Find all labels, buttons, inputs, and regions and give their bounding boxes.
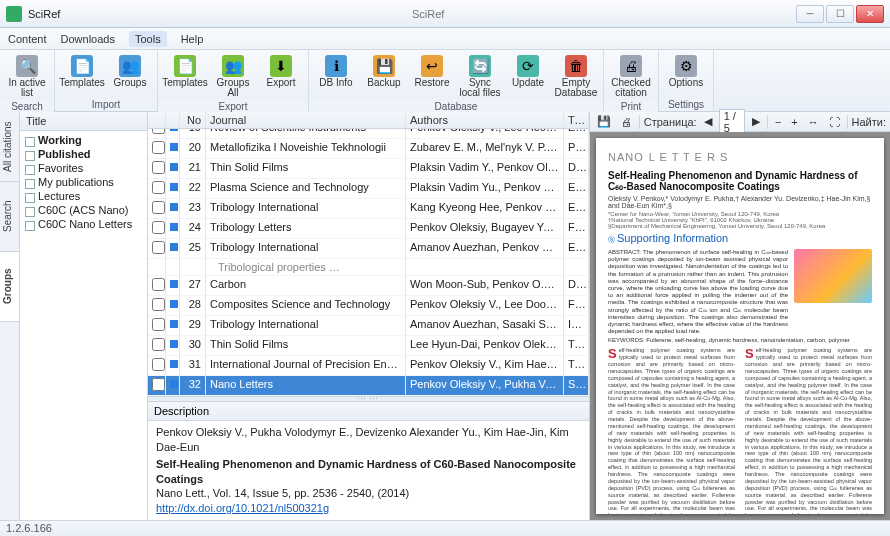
- menu-content[interactable]: Content: [8, 33, 47, 45]
- page-label: Страница:: [644, 116, 697, 128]
- row-checkbox[interactable]: [152, 318, 165, 331]
- col-no[interactable]: No: [180, 112, 206, 128]
- sync-local-button[interactable]: 🔄Sync local files: [457, 53, 503, 100]
- zoom-in-icon[interactable]: +: [788, 115, 800, 129]
- minimize-button[interactable]: ─: [796, 5, 824, 23]
- options-icon: ⚙: [675, 55, 697, 77]
- group-item[interactable]: Working: [20, 133, 147, 147]
- row-marker-icon: [170, 300, 178, 308]
- sidetab-search[interactable]: Search: [0, 182, 19, 252]
- table-row[interactable]: 19Review of Scientific InstrumentsPenkov…: [148, 129, 589, 139]
- table-row[interactable]: 29Tribology InternationalAmanov Auezhan,…: [148, 316, 589, 336]
- col-title[interactable]: Title: [564, 112, 589, 128]
- next-page-icon[interactable]: ▶: [749, 114, 763, 129]
- pdf-viewport[interactable]: NANO L E T T E R S Self-Healing Phenomen…: [590, 132, 890, 520]
- table-row[interactable]: 30Thin Solid FilmsLee Hyun-Dai, Penkov O…: [148, 336, 589, 356]
- row-checkbox[interactable]: [152, 278, 165, 291]
- supporting-info-link[interactable]: ⓢ Supporting Information: [608, 232, 872, 245]
- table-row[interactable]: 25Tribology InternationalAmanov Auezhan,…: [148, 239, 589, 259]
- row-checkbox[interactable]: [152, 181, 165, 194]
- table-row[interactable]: 31International Journal of Precision Eng…: [148, 356, 589, 376]
- group-item[interactable]: Lectures: [20, 189, 147, 203]
- update-button[interactable]: ⟳Update: [505, 53, 551, 90]
- paper-body-col2: Self-healing polymer coating systems are…: [745, 347, 872, 514]
- backup-icon: 💾: [373, 55, 395, 77]
- groups-import-button[interactable]: 👥Groups: [107, 53, 153, 90]
- row-checkbox[interactable]: [152, 338, 165, 351]
- options-button[interactable]: ⚙Options: [663, 53, 709, 90]
- group-item[interactable]: My publications: [20, 175, 147, 189]
- sidetab-all-citations[interactable]: All citations: [0, 112, 19, 182]
- group-item[interactable]: Published: [20, 147, 147, 161]
- col-journal[interactable]: Journal: [206, 112, 406, 128]
- desc-title: Self-Healing Phenomenon and Dynamic Hard…: [156, 457, 581, 487]
- fit-width-icon[interactable]: ↔: [805, 115, 822, 129]
- fit-page-icon[interactable]: ⛶: [826, 115, 843, 129]
- empty-db-icon: 🗑: [565, 55, 587, 77]
- group-item[interactable]: C60C Nano Letters: [20, 217, 147, 231]
- menu-help[interactable]: Help: [181, 33, 204, 45]
- row-checkbox[interactable]: [152, 129, 165, 134]
- groups-tree: WorkingPublishedFavoritesMy publications…: [20, 131, 147, 233]
- table-row[interactable]: 27CarbonWon Moon-Sub, Penkov O.V., …Dura…: [148, 276, 589, 296]
- templates-export-button[interactable]: 📄Templates: [162, 53, 208, 90]
- checked-citation-button[interactable]: 🖨Checked citation: [608, 53, 654, 100]
- sync-local-icon: 🔄: [469, 55, 491, 77]
- save-icon[interactable]: 💾: [594, 114, 614, 129]
- col-authors[interactable]: Authors: [406, 112, 564, 128]
- row-checkbox[interactable]: [152, 241, 165, 254]
- table-row[interactable]: 32Nano LettersPenkov Oleksiy V., Pukha V…: [148, 376, 589, 396]
- row-checkbox[interactable]: [152, 221, 165, 234]
- row-checkbox[interactable]: [152, 141, 165, 154]
- db-info-button[interactable]: ℹDB Info: [313, 53, 359, 90]
- paper-affiliations: *Center for Nano-Wear, Yonsei University…: [608, 211, 872, 229]
- desc-doi-link[interactable]: http://dx.doi.org/10.1021/nl500321g: [156, 502, 329, 514]
- table-row[interactable]: 21Thin Solid FilmsPlaksin Vadim Y., Penk…: [148, 159, 589, 179]
- row-checkbox[interactable]: [152, 161, 165, 174]
- groups-all-button[interactable]: 👥Groups All: [210, 53, 256, 100]
- table-row[interactable]: 22Plasma Science and TechnologyPlaksin V…: [148, 179, 589, 199]
- maximize-button[interactable]: ☐: [826, 5, 854, 23]
- ribbon-group-settings: Settings: [659, 98, 713, 111]
- abstract-figure: [794, 249, 872, 303]
- restore-button[interactable]: ↩Restore: [409, 53, 455, 90]
- group-item[interactable]: Favorites: [20, 161, 147, 175]
- row-marker-icon: [170, 143, 178, 151]
- menu-tools[interactable]: Tools: [129, 31, 167, 47]
- empty-db-button[interactable]: 🗑Empty Database: [553, 53, 599, 100]
- zoom-out-icon[interactable]: −: [772, 115, 784, 129]
- titlebar: SciRef SciRef ─ ☐ ✕: [0, 0, 890, 28]
- row-checkbox[interactable]: [152, 378, 165, 391]
- backup-button[interactable]: 💾Backup: [361, 53, 407, 90]
- menu-downloads[interactable]: Downloads: [61, 33, 115, 45]
- row-checkbox[interactable]: [152, 358, 165, 371]
- in-active-list-icon: 🔍: [16, 55, 38, 77]
- table-row[interactable]: 23Tribology InternationalKang Kyeong Hee…: [148, 199, 589, 219]
- description-panel: Description Penkov Oleksiy V., Pukha Vol…: [148, 402, 589, 520]
- update-icon: ⟳: [517, 55, 539, 77]
- groups-panel: Title WorkingPublishedFavoritesMy public…: [20, 112, 148, 520]
- row-marker-icon: [170, 223, 178, 231]
- groups-header: Title: [20, 112, 147, 131]
- restore-icon: ↩: [421, 55, 443, 77]
- row-checkbox[interactable]: [152, 201, 165, 214]
- close-button[interactable]: ✕: [856, 5, 884, 23]
- row-marker-icon: [170, 163, 178, 171]
- sidetab-groups[interactable]: Groups: [0, 252, 19, 322]
- templates-import-button[interactable]: 📄Templates: [59, 53, 105, 90]
- table-row[interactable]: 24Tribology LettersPenkov Oleksiy, Bugay…: [148, 219, 589, 239]
- prev-page-icon[interactable]: ◀: [701, 114, 715, 129]
- group-item[interactable]: C60C (ACS Nano): [20, 203, 147, 217]
- print-icon[interactable]: 🖨: [618, 115, 635, 129]
- grid-body[interactable]: 8Functional MaterialsVoronov D.L., Zubar…: [148, 129, 589, 396]
- table-row[interactable]: 28Composites Science and TechnologyPenko…: [148, 296, 589, 316]
- table-row[interactable]: 20Metallofizika I Noveishie TekhnologiiZ…: [148, 139, 589, 159]
- row-checkbox[interactable]: [152, 298, 165, 311]
- export-button[interactable]: ⬇Export: [258, 53, 304, 90]
- pdf-preview: 💾 🖨 Страница: ◀ 1 / 5 ▶ − + ↔ ⛶ Найти: N…: [590, 112, 890, 520]
- checked-citation-icon: 🖨: [620, 55, 642, 77]
- templates-export-icon: 📄: [174, 55, 196, 77]
- export-icon: ⬇: [270, 55, 292, 77]
- row-marker-icon: [170, 380, 178, 388]
- in-active-list-button[interactable]: 🔍In active list: [4, 53, 50, 100]
